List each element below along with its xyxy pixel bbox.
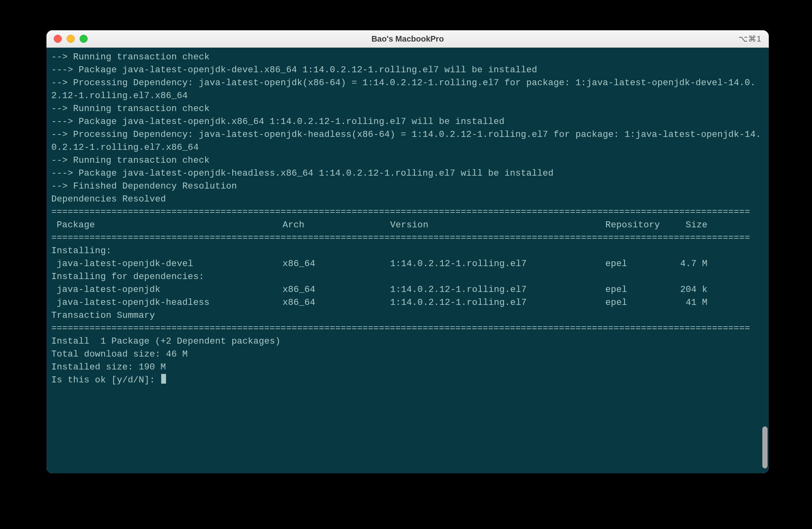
cell-package: java-latest-openjdk-devel [51, 258, 283, 271]
terminal-window: Bao's MacbookPro ⌥⌘1 --> Running transac… [46, 30, 769, 473]
cursor [161, 374, 166, 384]
terminal-line: ---> Package java-latest-openjdk-devel.x… [51, 64, 764, 77]
cell-size: 41 M [675, 296, 707, 309]
terminal-line: Dependencies Resolved [51, 193, 764, 206]
table-section-title: Installing: [51, 245, 764, 258]
terminal-line: --> Finished Dependency Resolution [51, 180, 764, 193]
installed-size: Installed size: 190 M [51, 361, 764, 374]
scrollbar-thumb[interactable] [762, 426, 768, 468]
zoom-button[interactable] [80, 35, 88, 43]
col-header-size: Size [675, 219, 707, 232]
table-row: java-latest-openjdk-headlessx86_641:14.0… [51, 296, 764, 309]
table-rule: ========================================… [51, 232, 764, 245]
col-header-package: Package [51, 219, 283, 232]
cell-version: 1:14.0.2.12-1.rolling.el7 [390, 258, 606, 271]
terminal-line: ---> Package java-latest-openjdk-headles… [51, 167, 764, 180]
cell-arch: x86_64 [283, 296, 390, 309]
cell-package: java-latest-openjdk-headless [51, 296, 283, 309]
table-row: java-latest-openjdk-develx86_641:14.0.2.… [51, 258, 764, 271]
cell-package: java-latest-openjdk [51, 283, 283, 296]
table-section-title: Installing for dependencies: [51, 271, 764, 283]
terminal-line: --> Processing Dependency: java-latest-o… [51, 128, 764, 154]
terminal-line: ---> Package java-latest-openjdk.x86_64 … [51, 115, 764, 128]
minimize-button[interactable] [67, 35, 75, 43]
terminal-line: --> Processing Dependency: java-latest-o… [51, 77, 764, 103]
cell-repository: epel [605, 296, 675, 309]
table-header-row: PackageArchVersionRepositorySize [51, 219, 764, 232]
summary-title: Transaction Summary [51, 309, 764, 322]
terminal-line: --> Running transaction check [51, 51, 764, 64]
terminal-content[interactable]: --> Running transaction check---> Packag… [46, 48, 769, 390]
cell-version: 1:14.0.2.12-1.rolling.el7 [390, 283, 606, 296]
cell-size: 4.7 M [675, 258, 707, 271]
close-button[interactable] [54, 35, 62, 43]
terminal-line: --> Running transaction check [51, 154, 764, 167]
col-header-version: Version [390, 219, 606, 232]
titlebar: Bao's MacbookPro ⌥⌘1 [46, 30, 769, 48]
shortcut-hint: ⌥⌘1 [738, 34, 769, 44]
cell-repository: epel [605, 283, 675, 296]
table-rule: ========================================… [51, 206, 764, 219]
terminal-line: --> Running transaction check [51, 103, 764, 115]
total-download: Total download size: 46 M [51, 348, 764, 361]
cell-arch: x86_64 [283, 283, 390, 296]
cell-size: 204 k [675, 283, 707, 296]
table-rule: ========================================… [51, 322, 764, 335]
terminal-viewport[interactable]: --> Running transaction check---> Packag… [46, 48, 769, 473]
window-title: Bao's MacbookPro [46, 34, 769, 44]
install-line: Install 1 Package (+2 Dependent packages… [51, 335, 764, 348]
cell-version: 1:14.0.2.12-1.rolling.el7 [390, 296, 606, 309]
table-row: java-latest-openjdkx86_641:14.0.2.12-1.r… [51, 283, 764, 296]
prompt-line: Is this ok [y/d/N]: [51, 374, 764, 387]
cell-repository: epel [605, 258, 675, 271]
col-header-repository: Repository [605, 219, 675, 232]
traffic-lights [46, 35, 88, 43]
col-header-arch: Arch [283, 219, 390, 232]
scrollbar-track[interactable] [762, 48, 768, 473]
cell-arch: x86_64 [283, 258, 390, 271]
